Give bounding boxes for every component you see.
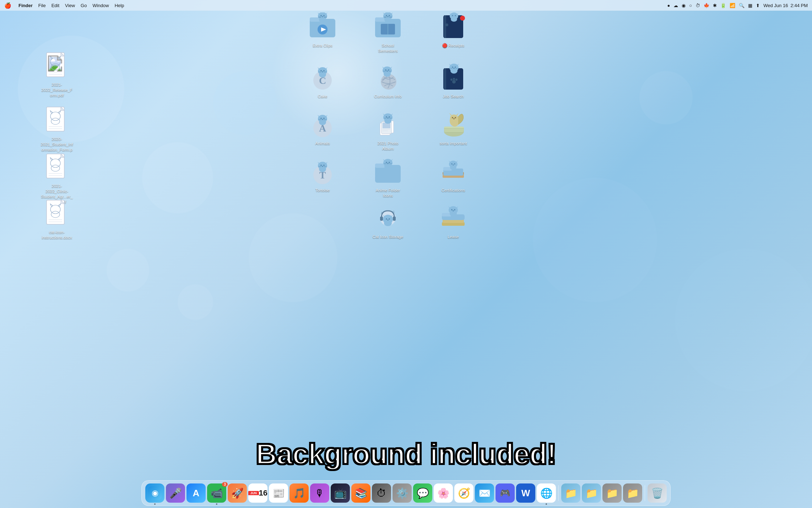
menubar-app-name[interactable]: Finder bbox=[18, 3, 33, 8]
dock-icon-calendar[interactable]: JUN 16 bbox=[248, 483, 267, 503]
docx1-icon bbox=[43, 199, 71, 228]
dock-icon-folder2[interactable]: 📁 bbox=[582, 483, 601, 503]
job-search-label: Job Search bbox=[442, 93, 465, 100]
svg-point-126 bbox=[384, 118, 391, 124]
svg-point-130 bbox=[389, 116, 390, 118]
svg-point-144 bbox=[453, 118, 455, 119]
dock-icon-music[interactable]: 🎵 bbox=[289, 483, 309, 503]
dock-icon-word[interactable]: W bbox=[516, 483, 535, 503]
form1-label: 2021-2022_Release_Form.pdf bbox=[39, 81, 75, 99]
svg-point-80 bbox=[322, 71, 323, 73]
menubar-file[interactable]: File bbox=[38, 3, 46, 8]
dock-icon-messages[interactable]: 💬 bbox=[413, 483, 432, 503]
dock-icon-time-machine[interactable]: ⏱ bbox=[372, 483, 391, 503]
svg-point-66 bbox=[451, 17, 457, 22]
cake-icon: C bbox=[308, 63, 337, 92]
dock-icon-folder3[interactable]: 📁 bbox=[602, 483, 622, 503]
svg-point-142 bbox=[452, 117, 453, 118]
svg-point-38 bbox=[320, 15, 322, 16]
menubar-left: 🍎 Finder File Edit View Go Window Help bbox=[4, 2, 124, 9]
menubar-help[interactable]: Help bbox=[115, 3, 124, 8]
dock-icon-safari[interactable]: 🧭 bbox=[454, 483, 473, 503]
dock-icon-chrome[interactable]: 🌐 bbox=[537, 483, 556, 503]
desktop-icon-tortoise[interactable]: T Tortoise bbox=[305, 157, 340, 194]
menubar-siri[interactable]: ⬆ bbox=[756, 3, 760, 8]
svg-point-64 bbox=[445, 23, 448, 26]
svg-rect-157 bbox=[375, 164, 385, 168]
svg-point-152 bbox=[323, 165, 325, 166]
svg-point-111 bbox=[319, 119, 326, 125]
school-semesters-icon bbox=[374, 12, 402, 41]
svg-point-54 bbox=[389, 15, 390, 16]
desktop-icon-certifications[interactable]: Certifications bbox=[435, 157, 471, 194]
svg-point-176 bbox=[454, 163, 455, 165]
svg-point-88 bbox=[385, 69, 386, 71]
desktop-icon-extra-clips[interactable]: Extra Clips bbox=[305, 12, 340, 49]
certifications-label: Certifications bbox=[440, 187, 466, 194]
svg-point-200 bbox=[453, 210, 454, 212]
svg-point-97 bbox=[453, 78, 455, 80]
svg-point-103 bbox=[452, 66, 453, 68]
chrome-dot bbox=[546, 503, 547, 505]
menubar-edit[interactable]: Edit bbox=[52, 3, 59, 8]
desktop-icon-lease[interactable]: Lease bbox=[435, 204, 471, 240]
dock-icon-app-store[interactable]: A bbox=[186, 483, 206, 503]
big-text-label: Background included! bbox=[256, 438, 556, 470]
desktop-icon-docx1[interactable]: cat-icon-instructions.docx bbox=[39, 199, 75, 241]
menubar-view[interactable]: View bbox=[65, 3, 75, 8]
svg-text:♪: ♪ bbox=[381, 210, 383, 214]
svg-point-151 bbox=[320, 165, 322, 166]
menubar-window[interactable]: Window bbox=[92, 3, 109, 8]
menubar-go[interactable]: Go bbox=[81, 3, 87, 8]
menubar: 🍎 Finder File Edit View Go Window Help ●… bbox=[0, 0, 812, 11]
dock-icon-books[interactable]: 📚 bbox=[351, 483, 370, 503]
dock-icon-folder1[interactable]: 📁 bbox=[561, 483, 580, 503]
dock-icon-finder[interactable]: ◉ bbox=[145, 483, 164, 503]
svg-point-182 bbox=[384, 220, 392, 226]
menubar-control[interactable]: ▦ bbox=[748, 3, 752, 8]
desktop-icon-cat-icon-storage[interactable]: ♪ ♫ Cat Icon Storage bbox=[370, 204, 406, 240]
svg-point-143 bbox=[455, 117, 456, 118]
svg-point-114 bbox=[320, 118, 322, 119]
desktop-icon-sorta-important[interactable]: sorta important bbox=[435, 110, 471, 147]
sorta-important-icon bbox=[439, 110, 467, 139]
dock-icon-podcasts[interactable]: 🎙 bbox=[310, 483, 329, 503]
dock-icon-system-prefs[interactable]: ⚙️ bbox=[393, 483, 412, 503]
svg-point-85 bbox=[384, 71, 391, 77]
desktop-area: 2021-2022_Release_Form.pdf 2020-2021_Stu… bbox=[0, 11, 812, 480]
dock-icon-discord[interactable]: 🎮 bbox=[496, 483, 515, 503]
dock: ◉ 🎤 A 📹 3 🚀 JUN 16 📰 🎵 🎙 📺 📚 ⏱ bbox=[141, 480, 671, 506]
dock-separator-1 bbox=[558, 485, 559, 501]
apple-menu[interactable]: 🍎 bbox=[4, 2, 11, 9]
desktop-icon-curriculum[interactable]: Curriculum info bbox=[370, 63, 406, 100]
dock-icon-siri[interactable]: 🎤 bbox=[166, 483, 185, 503]
desktop-icon-photo-album[interactable]: 2021 Photo Album bbox=[370, 110, 406, 152]
svg-text:♫: ♫ bbox=[392, 210, 395, 214]
dock-icon-mail[interactable]: ✉️ bbox=[475, 483, 494, 503]
menubar-search[interactable]: 🔍 bbox=[739, 3, 745, 8]
svg-point-39 bbox=[323, 15, 325, 16]
desktop-icon-form1[interactable]: 2021-2022_Release_Form.pdf bbox=[39, 52, 75, 99]
desktop-icon-form3[interactable]: 2021-2022_Clinic-Student_Agr...er_Edited… bbox=[39, 153, 75, 205]
dock-icon-trash[interactable]: 🗑️ bbox=[648, 483, 667, 503]
desktop-icon-cake[interactable]: C Cake bbox=[305, 63, 340, 100]
facetime-badge: 3 bbox=[222, 482, 228, 487]
desktop-icon-form2[interactable]: 2020-2021_Student_Information_Form.pdf bbox=[39, 106, 75, 159]
certifications-icon bbox=[439, 157, 467, 186]
desktop-icon-job-search[interactable]: Job Search bbox=[435, 63, 471, 100]
dock-icon-news[interactable]: 📰 bbox=[269, 483, 288, 503]
menubar-timer: ⏱ bbox=[695, 3, 700, 8]
dock-icon-facetime[interactable]: 📹 3 bbox=[207, 483, 226, 503]
svg-point-55 bbox=[387, 16, 389, 17]
desktop-icon-receipts[interactable]: 🔴 Receipts bbox=[435, 12, 471, 49]
dock-icon-photos[interactable]: 🌸 bbox=[434, 483, 453, 503]
desktop-icon-animals[interactable]: A Animals bbox=[305, 110, 340, 147]
svg-rect-135 bbox=[444, 127, 464, 132]
svg-point-148 bbox=[319, 166, 326, 172]
desktop-icon-school-semesters[interactable]: School Semesters bbox=[370, 12, 406, 54]
dock-icon-tv[interactable]: 📺 bbox=[331, 483, 350, 503]
dock-icon-folder4[interactable]: 📁 bbox=[623, 483, 642, 503]
photo-album-icon bbox=[374, 110, 402, 139]
dock-icon-launchpad[interactable]: 🚀 bbox=[228, 483, 247, 503]
desktop-icon-anime-folder[interactable]: Anime Folder Icons bbox=[370, 157, 406, 199]
